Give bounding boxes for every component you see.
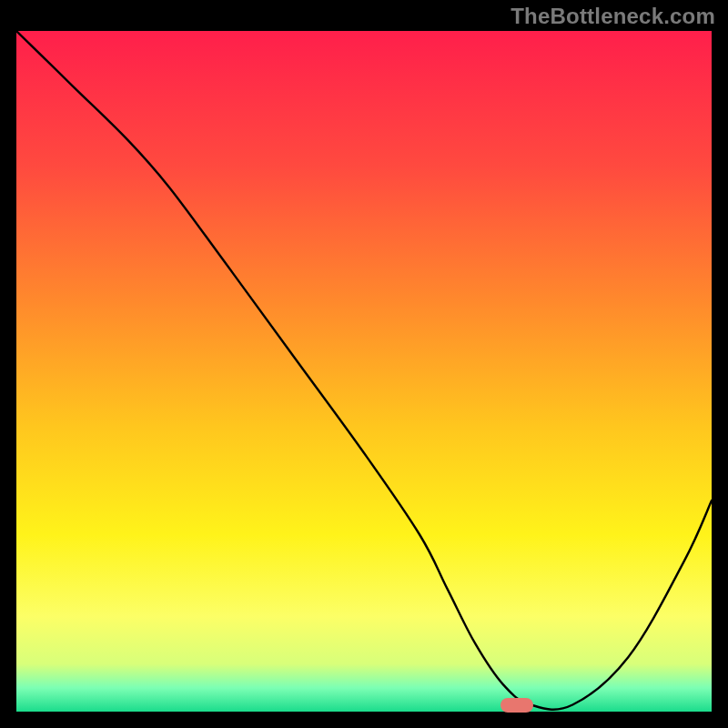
chart-svg	[16, 31, 712, 712]
chart-frame: TheBottleneck.com	[0, 0, 728, 728]
bottleneck-chart	[16, 31, 712, 712]
watermark-text: TheBottleneck.com	[511, 4, 715, 29]
optimal-marker	[500, 698, 533, 713]
